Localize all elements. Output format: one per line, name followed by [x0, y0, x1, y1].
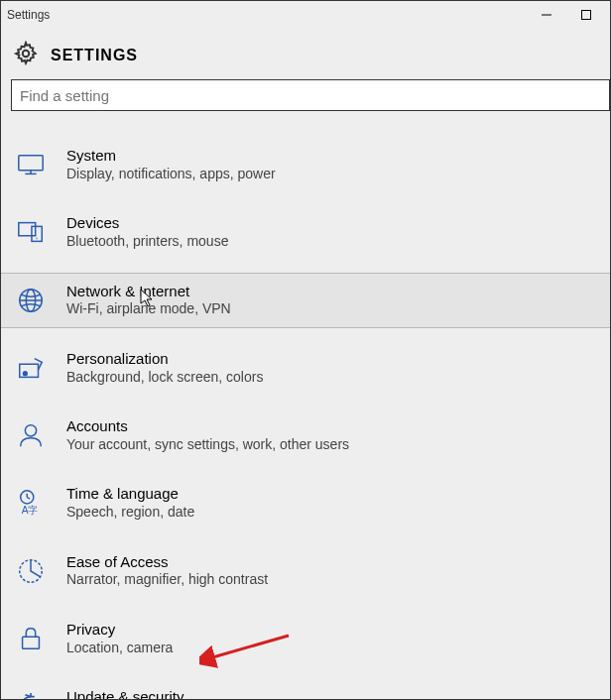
maximize-button[interactable]	[566, 1, 606, 29]
update-icon	[15, 690, 47, 700]
item-update[interactable]: Update & security Windows Update, recove…	[1, 678, 610, 700]
svg-line-17	[27, 498, 30, 500]
item-desc: Wi-Fi, airplane mode, VPN	[66, 300, 231, 318]
svg-rect-12	[20, 364, 39, 377]
item-title: Devices	[66, 214, 228, 233]
item-title: Update & security	[66, 688, 284, 700]
item-privacy[interactable]: Privacy Location, camera	[1, 611, 610, 666]
item-title: Ease of Access	[66, 553, 268, 572]
gear-icon	[13, 41, 39, 69]
svg-text:A字: A字	[22, 506, 39, 517]
user-icon	[15, 419, 47, 451]
item-title: Privacy	[66, 621, 173, 640]
display-icon	[15, 149, 47, 180]
item-title: Personalization	[66, 350, 263, 369]
item-personalization[interactable]: Personalization Background, lock screen,…	[1, 340, 610, 396]
svg-rect-20	[23, 637, 40, 648]
ease-of-access-icon	[15, 555, 47, 587]
svg-point-2	[23, 51, 30, 58]
item-devices[interactable]: Devices Bluetooth, printers, mouse	[1, 204, 610, 260]
item-title: Network & Internet	[66, 283, 231, 301]
item-title: System	[66, 147, 276, 166]
settings-list: System Display, notifications, apps, pow…	[1, 137, 610, 700]
svg-rect-1	[582, 11, 591, 20]
item-accounts[interactable]: Accounts Your account, sync settings, wo…	[1, 408, 610, 463]
globe-icon	[15, 285, 47, 316]
item-desc: Display, notifications, apps, power	[66, 166, 276, 183]
item-desc: Narrator, magnifier, high contrast	[66, 571, 268, 589]
devices-icon	[15, 216, 47, 248]
time-language-icon: A字	[15, 487, 47, 519]
item-desc: Location, camera	[66, 640, 173, 657]
window-title: Settings	[5, 8, 50, 22]
svg-rect-3	[19, 156, 43, 171]
svg-rect-6	[19, 223, 36, 236]
item-title: Time & language	[66, 485, 194, 504]
page-header: SETTINGS	[1, 29, 610, 79]
minimize-button[interactable]	[527, 1, 566, 29]
item-desc: Bluetooth, printers, mouse	[66, 233, 228, 251]
search-input[interactable]	[11, 79, 610, 111]
item-time[interactable]: A字 Time & language Speech, region, date	[1, 475, 610, 530]
item-desc: Background, lock screen, colors	[66, 369, 263, 387]
paint-icon	[15, 352, 47, 384]
svg-point-14	[25, 425, 36, 436]
item-network[interactable]: Network & Internet Wi-Fi, airplane mode,…	[1, 273, 610, 328]
item-desc: Your account, sync settings, work, other…	[66, 436, 349, 454]
page-title: SETTINGS	[51, 47, 138, 64]
titlebar: Settings	[1, 1, 610, 29]
lock-icon	[15, 623, 47, 654]
item-desc: Speech, region, date	[66, 504, 194, 522]
item-title: Accounts	[66, 417, 349, 436]
item-system[interactable]: System Display, notifications, apps, pow…	[1, 137, 610, 192]
item-ease[interactable]: Ease of Access Narrator, magnifier, high…	[1, 543, 610, 599]
svg-point-13	[24, 372, 28, 376]
